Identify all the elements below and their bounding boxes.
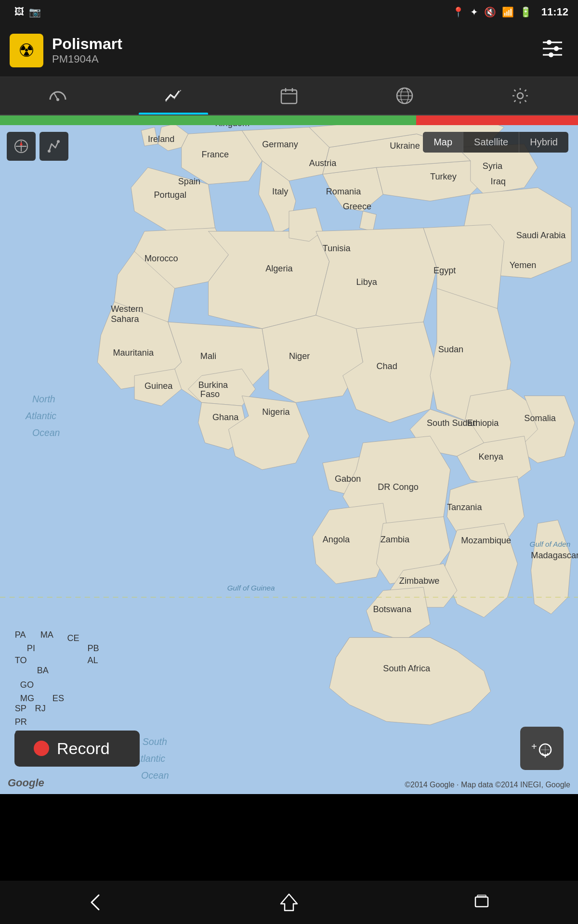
svg-text:Iraq: Iraq [491,177,506,186]
map-container[interactable]: Ireland Kingdom Belarus France Germany A… [0,125,578,794]
svg-text:Ghana: Ghana [212,412,239,422]
svg-point-5 [549,52,553,57]
svg-text:Zimbabwe: Zimbabwe [399,576,440,586]
svg-text:SP: SP [15,704,26,713]
tab-globe[interactable] [347,77,462,115]
svg-text:BA: BA [37,666,49,675]
svg-text:Romania: Romania [326,187,361,196]
tab-settings[interactable] [462,77,578,115]
svg-point-96 [57,140,60,143]
app-logo: ☢ [10,34,43,67]
svg-text:France: France [202,150,229,159]
svg-text:Ukraine: Ukraine [390,141,420,151]
camera-icon: 📷 [29,6,41,18]
google-logo: Google [8,777,44,789]
app-title: Polismart [52,35,122,53]
tab-bar [0,77,578,116]
record-indicator [34,741,49,756]
battery-icon: 🔋 [520,6,532,18]
svg-text:Tanzania: Tanzania [447,502,482,512]
path-btn[interactable] [39,132,68,161]
record-button[interactable]: Record [14,731,140,767]
svg-text:Zambia: Zambia [381,535,410,544]
svg-text:Algeria: Algeria [265,264,293,273]
svg-text:Faso: Faso [200,389,220,399]
svg-rect-101 [477,895,486,897]
settings-icon-btn[interactable] [537,33,568,68]
svg-point-95 [48,150,51,153]
tab-chart[interactable] [116,77,231,115]
progress-red [416,116,578,125]
svg-text:Italy: Italy [272,187,289,196]
svg-text:DR Congo: DR Congo [378,482,419,492]
nav-bar [0,881,578,924]
svg-text:Somalia: Somalia [524,413,556,423]
svg-text:Chad: Chad [376,361,397,371]
svg-text:PA: PA [15,630,26,640]
svg-text:South Africa: South Africa [383,664,431,673]
svg-point-17 [517,93,523,99]
svg-text:Greece: Greece [343,202,371,211]
svg-text:Nigeria: Nigeria [262,407,290,417]
tab-calendar[interactable] [231,77,347,115]
back-button[interactable] [70,886,123,919]
map-type-map[interactable]: Map [423,132,463,153]
bluetooth-icon: ✦ [470,6,478,18]
svg-text:South Sudan: South Sudan [427,418,477,428]
svg-text:Niger: Niger [289,351,310,361]
svg-rect-8 [281,90,297,103]
svg-text:Kenya: Kenya [478,452,503,462]
svg-text:Guinea: Guinea [144,381,173,391]
home-button[interactable] [263,886,315,919]
svg-text:Austria: Austria [309,158,337,168]
svg-text:Mozambique: Mozambique [461,536,511,545]
svg-marker-99 [281,894,297,911]
compass-btn[interactable] [7,132,36,161]
svg-text:Syria: Syria [483,161,503,171]
action-bar: Record + [0,727,578,770]
svg-point-1 [547,40,552,45]
map-bottom-bar: Google ©2014 Google · Map data ©2014 INE… [0,772,578,794]
app-header-left: ☢ Polismart PM1904A [10,34,122,67]
add-location-button[interactable]: + [520,727,564,770]
tab-gauge[interactable] [0,77,116,115]
recents-button[interactable] [455,886,508,919]
svg-text:Kingdom: Kingdom [215,125,250,128]
mute-icon: 🔇 [484,6,496,18]
svg-text:Turkey: Turkey [430,172,457,181]
progress-green [0,116,416,125]
progress-bar [0,116,578,125]
svg-marker-94 [20,141,23,145]
svg-text:ES: ES [53,693,64,703]
svg-text:Madagascar: Madagascar [531,551,578,560]
svg-text:PR: PR [15,717,27,727]
svg-text:Yemen: Yemen [510,260,537,270]
svg-text:+: + [531,741,537,752]
svg-text:Botswana: Botswana [373,604,412,614]
map-type-satellite[interactable]: Satellite [463,132,519,153]
svg-text:Gulf of Aden: Gulf of Aden [530,540,571,548]
map-type-hybrid[interactable]: Hybrid [519,132,568,153]
status-bar: 🖼 📷 📍 ✦ 🔇 📶 🔋 11:12 [0,0,578,24]
map-controls [7,132,68,161]
svg-text:Libya: Libya [356,277,378,287]
svg-text:MG: MG [20,693,34,703]
photo-icon: 🖼 [14,6,24,18]
wifi-icon: 📶 [502,6,514,18]
svg-text:Saudi Arabia: Saudi Arabia [516,231,566,240]
svg-text:GO: GO [20,680,34,690]
svg-text:Mali: Mali [200,351,216,361]
svg-text:Egypt: Egypt [434,266,456,275]
svg-point-3 [554,46,559,51]
svg-text:MA: MA [40,630,54,640]
svg-text:Morocco: Morocco [144,254,178,263]
svg-text:CE: CE [67,633,79,643]
svg-text:Belarus: Belarus [396,125,426,126]
svg-text:Spain: Spain [178,177,200,186]
app-header: ☢ Polismart PM1904A [0,24,578,77]
svg-text:TO: TO [15,655,27,665]
location-icon: 📍 [452,6,464,18]
svg-text:PI: PI [27,643,35,653]
svg-text:Western: Western [111,304,143,314]
svg-text:Ireland: Ireland [148,134,174,144]
